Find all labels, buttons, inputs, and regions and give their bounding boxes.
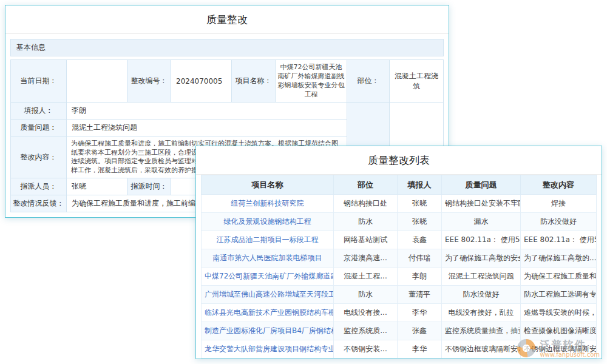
table-cell: EEE 802.11a： 使用5GH... [521, 231, 597, 249]
column-header: 整改内容 [521, 175, 597, 195]
table-cell: 混泥土工程浇筑问题 [442, 268, 521, 286]
list-header-row: 项目名称部位填报人质量问题整改内容 [202, 175, 597, 195]
project-name-link[interactable]: 龙华交警大队部营房建设项目钢结构专业... [202, 340, 334, 359]
table-cell: 京港澳高速... [334, 249, 398, 268]
rectification-list-table: 项目名称部位填报人质量问题整改内容 纽荷兰创新科技研究院钢结构接口处张晓钢结构接… [201, 175, 597, 359]
reporter-value: 李朗 [67, 103, 347, 120]
table-cell: 不锈钢边框玻璃隔断安装... [442, 340, 521, 359]
fanpu-logo-icon [517, 339, 535, 357]
part-label: 部位： [347, 60, 390, 103]
table-cell: 防水 [334, 213, 398, 231]
table-cell: 监控系统质量抽查，抽查2... [442, 322, 521, 340]
table-cell: 李华 [398, 340, 442, 359]
table-cell: 监控系统质... [334, 322, 398, 340]
table-cell: 网络基站测试 [334, 231, 398, 249]
assignee-label: 指派人员： [11, 178, 67, 195]
table-row: 制造产业园标准化厂房项目B4厂房钢结构...监控系统质...张鑫监控系统质量抽查… [202, 322, 597, 340]
number-value: 2024070005 [171, 60, 232, 103]
table-cell: 钢结构接口处安装不牢固 [442, 195, 521, 213]
feedback-label: 整改情况反馈： [11, 195, 67, 212]
quality-rectification-list-panel: 质量整改列表 项目名称部位填报人质量问题整改内容 纽荷兰创新科技研究院钢结构接口… [195, 146, 602, 359]
table-cell: 为了确保施工高墩的... [521, 249, 597, 268]
table-cell: 张晓 [398, 213, 442, 231]
table-row: 江苏成品油二期项目一标段工程网络基站测试袁鑫EEE 802.11a： 使用5GH… [202, 231, 597, 249]
table-row: 南通市第六人民医院加装电梯项目京港澳高速...付伟瑞为了确保施工高墩的安全...… [202, 249, 597, 268]
issue-label: 质量问题： [11, 120, 67, 136]
assignee-value: 张晓 [67, 178, 127, 195]
table-cell: 防水没做好 [442, 286, 521, 304]
table-row: 绿化及景观设施钢结构工程防水张晓漏水防水没做好 [202, 213, 597, 231]
table-cell: 电线没有接... [334, 304, 398, 322]
project-name-link[interactable]: 江苏成品油二期项目一标段工程 [202, 231, 334, 249]
watermark-text: 泛普软件 www.fanpusoft.com [540, 339, 600, 358]
list-table-wrap: 项目名称部位填报人质量问题整改内容 纽荷兰创新科技研究院钢结构接口处张晓钢结构接… [196, 175, 602, 363]
table-cell: 袁鑫 [398, 231, 442, 249]
table-cell: 为了确保施工高墩的安全... [442, 249, 521, 268]
column-header: 质量问题 [442, 175, 521, 195]
watermark-brand: 泛普软件 [540, 339, 600, 351]
assign-time-label: 指派时间： [127, 178, 171, 195]
part-value: 混凝土工程浇筑 [390, 60, 444, 103]
project-name-link[interactable]: 纽荷兰创新科技研究院 [202, 195, 334, 213]
table-cell: 李华 [398, 304, 442, 322]
table-cell: 董清平 [398, 286, 442, 304]
list-panel-title: 质量整改列表 [196, 146, 602, 175]
column-header: 部位 [334, 175, 398, 195]
table-cell: 李朗 [398, 268, 442, 286]
table-cell: 张鑫 [398, 322, 442, 340]
form-panel-title: 质量整改 [5, 5, 449, 34]
project-name-label: 项目名称： [232, 60, 276, 103]
column-header: 项目名称 [202, 175, 334, 195]
table-row: 中煤72公司新疆天池南矿厂外输煤廊道副...混凝土工程...李朗混泥土工程浇筑问… [202, 268, 597, 286]
current-date-value [67, 60, 127, 103]
content-label: 整改内容： [11, 136, 67, 178]
project-name-link[interactable]: 制造产业园标准化厂房项目B4厂房钢结构... [202, 322, 334, 340]
project-name-link[interactable]: 中煤72公司新疆天池南矿厂外输煤廊道副... [202, 268, 334, 286]
column-header: 填报人 [398, 175, 442, 195]
project-name-value: 中煤72公司新疆天池南矿厂外输煤廊道副线彩钢墙板安装专业分包工程 [276, 60, 347, 103]
table-cell: 难燃导线安装的时候，所... [521, 304, 597, 322]
table-row: 广州增城至佛山高速公路增城至天河段工...防水董清平防水没做好防水工程施工选调有… [202, 286, 597, 304]
table-cell: 防水没做好 [521, 213, 597, 231]
table-cell: 防水工程施工选调有专业... [521, 286, 597, 304]
form-row: 当前日期： 整改编号： 2024070005 项目名称： 中煤72公司新疆天池南… [11, 60, 444, 103]
number-label: 整改编号： [127, 60, 171, 103]
table-cell: 焊接 [521, 195, 597, 213]
project-name-link[interactable]: 临沭县光电高新技术产业园钢膜结构车棚... [202, 304, 334, 322]
table-cell: EEE 802.11a： 使用5GHz... [442, 231, 521, 249]
watermark: 泛普软件 www.fanpusoft.com [517, 339, 600, 358]
table-row: 纽荷兰创新科技研究院钢结构接口处张晓钢结构接口处安装不牢固焊接 [202, 195, 597, 213]
table-cell: 不锈钢安装... [334, 340, 398, 359]
table-cell: 混凝土工程... [334, 268, 398, 286]
current-date-label: 当前日期： [11, 60, 67, 103]
basic-info-section-header: 基本信息 [10, 39, 444, 56]
issue-value: 混泥土工程浇筑问题 [67, 120, 347, 136]
table-cell: 检查摄像机图像清晰度 [521, 322, 597, 340]
table-cell: 为确保工程施工质量和进... [521, 268, 597, 286]
table-cell: 防水 [334, 286, 398, 304]
list-body: 纽荷兰创新科技研究院钢结构接口处张晓钢结构接口处安装不牢固焊接绿化及景观设施钢结… [202, 195, 597, 359]
reporter-label: 填报人： [11, 103, 67, 120]
watermark-url: www.fanpusoft.com [540, 351, 600, 359]
table-cell: 付伟瑞 [398, 249, 442, 268]
project-name-link[interactable]: 绿化及景观设施钢结构工程 [202, 213, 334, 231]
table-cell: 张晓 [398, 195, 442, 213]
table-row: 临沭县光电高新技术产业园钢膜结构车棚...电线没有接...李华电线没有接好，乱拉… [202, 304, 597, 322]
form-row: 填报人： 李朗 现场图片： [11, 103, 444, 120]
table-cell: 电线没有接好，乱拉 [442, 304, 521, 322]
project-name-link[interactable]: 南通市第六人民医院加装电梯项目 [202, 249, 334, 268]
project-name-link[interactable]: 广州增城至佛山高速公路增城至天河段工... [202, 286, 334, 304]
table-cell: 钢结构接口处 [334, 195, 398, 213]
table-cell: 漏水 [442, 213, 521, 231]
